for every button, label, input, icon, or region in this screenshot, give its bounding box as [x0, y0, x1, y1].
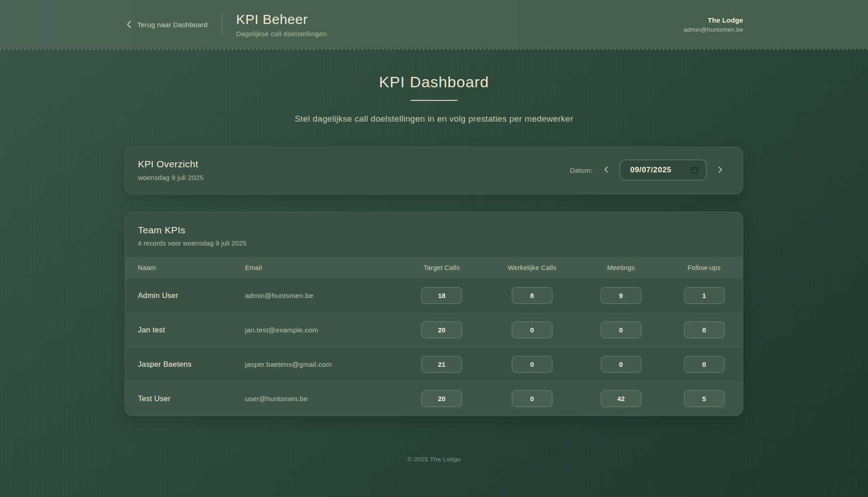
- page-subtitle: Dagelijkse call doelstellingen: [236, 30, 327, 38]
- org-name: The Lodge: [684, 16, 743, 24]
- footer: © 2025 The Lodge: [0, 455, 868, 463]
- target-calls-cell: [396, 347, 487, 382]
- follow-ups-cell: [665, 279, 743, 313]
- overview-title: KPI Overzicht: [138, 159, 203, 170]
- follow-ups-input[interactable]: [684, 356, 725, 373]
- name-cell: Jan test: [125, 313, 245, 347]
- werkelijke-calls-input[interactable]: [512, 322, 552, 338]
- date-label: Datum:: [570, 166, 593, 174]
- chevron-left-icon: [126, 20, 132, 29]
- column-header-email: Email: [245, 257, 396, 279]
- team-table-body: Admin User admin@huntsmen.be Jan test ja…: [125, 279, 743, 416]
- date-value: 09/07/2025: [630, 166, 671, 175]
- previous-day-button[interactable]: [601, 163, 612, 177]
- follow-ups-input[interactable]: [684, 390, 725, 407]
- table-row: Admin User admin@huntsmen.be: [125, 279, 743, 313]
- overview-subtitle: woensdag 9 juli 2025: [138, 174, 203, 181]
- column-header-target-calls: Target Calls: [396, 257, 487, 279]
- column-header-naam: Naam: [125, 257, 245, 279]
- name-cell: Jasper Baetens: [125, 347, 245, 382]
- meetings-input[interactable]: [601, 287, 642, 304]
- werkelijke-calls-cell: [487, 382, 577, 416]
- hero-subtitle: Stel dagelijkse call doelstellingen in e…: [292, 112, 576, 126]
- email-cell: jan.test@example.com: [245, 313, 396, 347]
- team-subtitle: 4 records voor woensdag 9 juli 2025: [138, 240, 730, 247]
- table-row: Test User user@huntsmen.be: [125, 382, 743, 416]
- back-to-dashboard-button[interactable]: Terug naar Dashboard: [125, 17, 208, 32]
- table-header-row: Naam Email Target Calls Werkelijke Calls…: [125, 257, 743, 279]
- meetings-cell: [577, 279, 665, 313]
- target-calls-cell: [396, 279, 487, 313]
- werkelijke-calls-cell: [487, 313, 577, 347]
- name-cell: Admin User: [125, 279, 245, 313]
- follow-ups-input[interactable]: [684, 322, 725, 338]
- column-header-follow-ups: Follow-ups: [665, 257, 743, 279]
- chevron-left-icon: [604, 166, 609, 175]
- table-row: Jan test jan.test@example.com: [125, 313, 743, 347]
- user-email: admin@huntsmen.be: [684, 26, 743, 33]
- werkelijke-calls-input[interactable]: [512, 287, 552, 304]
- target-calls-input[interactable]: [421, 322, 462, 338]
- top-bar: Terug naar Dashboard KPI Beheer Dagelijk…: [0, 0, 868, 49]
- name-cell: Test User: [125, 382, 245, 416]
- back-label: Terug naar Dashboard: [137, 21, 208, 28]
- email-cell: admin@huntsmen.be: [245, 279, 396, 313]
- target-calls-cell: [396, 313, 487, 347]
- email-cell: user@huntsmen.be: [245, 382, 396, 416]
- column-header-werkelijke-calls: Werkelijke Calls: [487, 257, 577, 279]
- target-calls-input[interactable]: [421, 287, 462, 304]
- follow-ups-cell: [665, 382, 743, 416]
- chevron-right-icon: [717, 166, 723, 175]
- hero-divider: [410, 100, 458, 101]
- column-header-meetings: Meetings: [577, 257, 665, 279]
- team-title: Team KPIs: [138, 225, 730, 236]
- meetings-input[interactable]: [601, 390, 642, 407]
- header-divider: [222, 13, 222, 36]
- target-calls-input[interactable]: [421, 390, 462, 407]
- meetings-cell: [577, 382, 665, 416]
- target-calls-cell: [396, 382, 487, 416]
- meetings-cell: [577, 347, 665, 382]
- target-calls-input[interactable]: [421, 356, 462, 373]
- meetings-input[interactable]: [601, 356, 642, 373]
- follow-ups-cell: [665, 347, 743, 382]
- meetings-cell: [577, 313, 665, 347]
- email-cell: jasper.baetens@gmail.com: [245, 347, 396, 382]
- werkelijke-calls-input[interactable]: [512, 390, 552, 407]
- werkelijke-calls-cell: [487, 279, 577, 313]
- werkelijke-calls-input[interactable]: [512, 356, 552, 373]
- follow-ups-input[interactable]: [684, 287, 725, 304]
- table-row: Jasper Baetens jasper.baetens@gmail.com: [125, 347, 743, 382]
- page-title: KPI Beheer: [236, 12, 327, 27]
- main-content: KPI Dashboard Stel dagelijkse call doels…: [125, 49, 743, 416]
- kpi-overview-card: KPI Overzicht woensdag 9 juli 2025 Datum…: [125, 147, 743, 194]
- calendar-icon: [690, 166, 699, 175]
- follow-ups-cell: [665, 313, 743, 347]
- next-day-button[interactable]: [715, 163, 726, 177]
- team-kpis-card: Team KPIs 4 records voor woensdag 9 juli…: [125, 212, 743, 416]
- team-kpi-table: Naam Email Target Calls Werkelijke Calls…: [125, 257, 743, 416]
- copyright-text: © 2025 The Lodge: [407, 456, 461, 463]
- werkelijke-calls-cell: [487, 347, 577, 382]
- hero-title: KPI Dashboard: [125, 73, 743, 91]
- date-input[interactable]: 09/07/2025: [620, 160, 707, 180]
- meetings-input[interactable]: [601, 322, 642, 338]
